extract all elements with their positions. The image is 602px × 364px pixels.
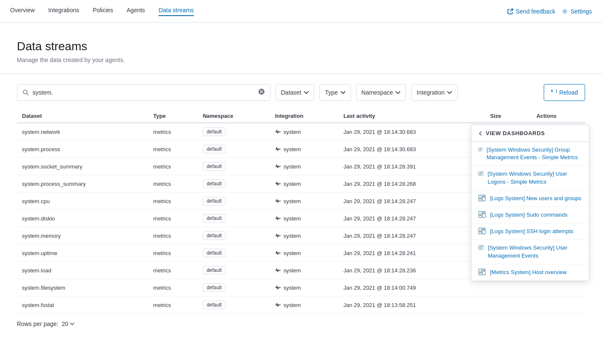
filter-bar: Dataset Type Namespace Integration: [17, 84, 585, 101]
cell-namespace: default: [198, 158, 270, 175]
dashboard-panel-item[interactable]: [Metrics System] Host overview: [471, 264, 589, 281]
cell-namespace: default: [198, 210, 270, 227]
svg-rect-19: [482, 212, 485, 213]
svg-rect-9: [479, 150, 480, 151]
integration-cell: system: [275, 233, 333, 239]
integration-chevron-icon: [447, 90, 452, 95]
col-actions: Actions: [531, 109, 585, 123]
cell-dataset: system.network: [17, 123, 148, 141]
table-row: system.filesystem metrics default system…: [17, 279, 585, 296]
namespace-badge: default: [203, 128, 226, 136]
integration-cell: system: [275, 181, 333, 187]
nav-data-streams[interactable]: Data streams: [158, 7, 193, 16]
cell-size: [485, 296, 531, 314]
cell-integration: system: [270, 244, 338, 262]
pulse-icon: [275, 198, 281, 204]
pulse-icon: [275, 233, 281, 238]
dataset-filter-button[interactable]: Dataset: [275, 84, 314, 101]
cell-type: metrics: [148, 227, 198, 244]
integration-cell: system: [275, 146, 333, 152]
dashboard-panel-item[interactable]: [System Windows Security] Group Manageme…: [471, 142, 589, 166]
namespace-badge: default: [203, 266, 226, 274]
namespace-badge: default: [203, 301, 226, 309]
cell-namespace: default: [198, 279, 270, 296]
dashboard-panel-item[interactable]: [System Windows Security] User Managemen…: [471, 240, 589, 264]
nav-integrations[interactable]: Integrations: [48, 7, 79, 16]
dashboard-item-label: [System Windows Security] User Logons - …: [488, 170, 582, 185]
cell-namespace: default: [198, 175, 270, 193]
cell-dataset: system.process: [17, 141, 148, 158]
cell-last-activity: Jan 29, 2021 @ 18:14:28.247: [338, 210, 485, 227]
send-feedback-link[interactable]: Send feedback: [507, 8, 555, 15]
top-nav: Overview Integrations Policies Agents Da…: [0, 0, 602, 23]
svg-rect-18: [479, 212, 482, 215]
rows-per-page-select[interactable]: 20: [62, 321, 74, 327]
svg-rect-14: [479, 195, 482, 198]
cell-type: metrics: [148, 210, 198, 227]
pulse-icon: [275, 268, 281, 273]
cell-dataset: system.memory: [17, 227, 148, 244]
svg-rect-6: [479, 148, 480, 149]
dashboard-panel-item[interactable]: [Logs System] SSH login attempts: [471, 223, 589, 240]
dashboard-panel-item[interactable]: [Logs System] New users and groups: [471, 190, 589, 207]
dashboard-panel-item[interactable]: [System Windows Security] User Logons - …: [471, 166, 589, 190]
table-header: Dataset Type Namespace Integration Last …: [17, 109, 585, 123]
integration-cell: system: [275, 285, 333, 291]
svg-rect-7: [480, 148, 482, 149]
svg-rect-29: [479, 248, 481, 250]
table-row: system.fsstat metrics default system Jan…: [17, 296, 585, 314]
namespace-badge: default: [203, 283, 226, 292]
dashboard-icon: [478, 170, 483, 177]
integration-cell: system: [275, 215, 333, 222]
pulse-icon: [275, 129, 281, 134]
col-size: Size: [485, 109, 531, 123]
cell-integration: system: [270, 141, 338, 158]
dashboard-panel-item[interactable]: [Logs System] Sudo commands: [471, 207, 589, 223]
cell-namespace: default: [198, 193, 270, 210]
reload-icon: [551, 90, 557, 95]
svg-rect-17: [479, 199, 482, 201]
pulse-icon: [275, 216, 281, 221]
reload-button[interactable]: Reload: [544, 84, 585, 101]
svg-rect-11: [481, 172, 483, 173]
namespace-badge: default: [203, 249, 226, 257]
namespace-badge: default: [203, 231, 226, 240]
svg-rect-33: [479, 273, 482, 275]
nav-agents[interactable]: Agents: [127, 7, 145, 16]
namespace-badge: default: [203, 179, 226, 188]
panel-header[interactable]: VIEW DASHBOARDS: [471, 125, 589, 142]
cell-namespace: default: [198, 296, 270, 314]
namespace-badge: default: [203, 197, 226, 205]
cell-dataset: system.filesystem: [17, 279, 148, 296]
cell-actions: [531, 279, 585, 296]
cell-last-activity: Jan 29, 2021 @ 18:14:28.241: [338, 244, 485, 262]
namespace-filter-button[interactable]: Namespace: [356, 84, 406, 101]
cell-dataset: system.load: [17, 262, 148, 279]
cell-last-activity: Jan 29, 2021 @ 18:14:28.247: [338, 227, 485, 244]
pulse-icon: [275, 285, 281, 290]
svg-line-2: [27, 94, 29, 95]
cell-namespace: default: [198, 262, 270, 279]
dashboard-item-label: [Logs System] Sudo commands: [490, 211, 568, 219]
cell-last-activity: Jan 29, 2021 @ 18:14:28.268: [338, 175, 485, 193]
back-icon: [478, 131, 482, 136]
clear-search-button[interactable]: [258, 88, 265, 97]
view-dashboards-panel: VIEW DASHBOARDS [System Windows Security…: [471, 125, 589, 281]
integration-cell: system: [275, 163, 333, 170]
cell-type: metrics: [148, 244, 198, 262]
pulse-icon: [275, 147, 281, 152]
search-input[interactable]: [33, 89, 258, 96]
dashboard-item-label: [System Windows Security] User Managemen…: [488, 244, 582, 259]
integration-filter-button[interactable]: Integration: [411, 84, 458, 101]
cell-integration: system: [270, 175, 338, 193]
nav-overview[interactable]: Overview: [10, 7, 35, 16]
dashboard-icon: [478, 244, 484, 251]
pulse-icon: [275, 164, 281, 169]
type-filter-button[interactable]: Type: [319, 84, 351, 101]
nav-policies[interactable]: Policies: [93, 7, 113, 16]
settings-link[interactable]: Settings: [562, 8, 592, 15]
col-type: Type: [148, 109, 198, 123]
cell-type: metrics: [148, 193, 198, 210]
svg-rect-10: [479, 172, 481, 174]
col-namespace: Namespace: [198, 109, 270, 123]
